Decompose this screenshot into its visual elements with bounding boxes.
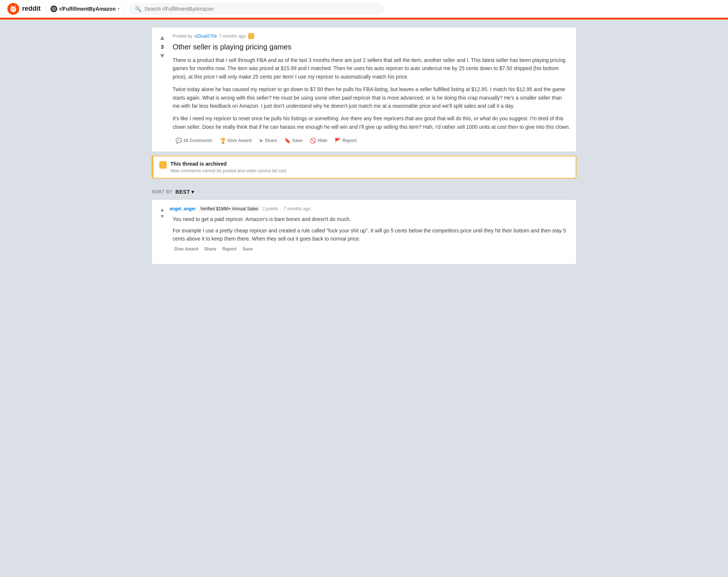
sort-value: Best	[176, 189, 190, 195]
comment-share-button-1[interactable]: Share	[202, 246, 218, 252]
comment-with-vote-1: ▲ ▼ angel_anger Verified $1MM+ Annual Sa…	[158, 205, 570, 252]
svg-point-3	[14, 8, 15, 9]
reddit-wordmark: reddit	[22, 5, 41, 13]
hide-label: Hide	[318, 138, 327, 143]
archived-subtext: New comments cannot be posted and votes …	[170, 168, 287, 173]
give-award-label: Give Award	[228, 138, 252, 143]
report-button[interactable]: 🚩 Report	[332, 135, 360, 146]
vote-count: 3	[161, 44, 164, 50]
sort-chevron-icon: ▾	[191, 189, 194, 195]
post-body: There is a product that I sell through F…	[173, 56, 570, 131]
comment-flair-1: Verified $1MM+ Annual Sales	[198, 205, 260, 212]
give-award-button[interactable]: 🏆 Give Award	[217, 135, 254, 146]
award-icon: 🏆	[220, 138, 226, 144]
post-paragraph-3: It's like I need my repricer to reset on…	[173, 114, 570, 131]
share-button[interactable]: ➤ Share	[256, 135, 280, 146]
save-icon: 🔖	[284, 138, 291, 144]
comment-meta-1: angel_anger Verified $1MM+ Annual Sales …	[170, 205, 570, 212]
comment-report-button-1[interactable]: Report	[221, 246, 238, 252]
main-content: ▲ 3 ▼ Posted by u/Dual270x 7 months ago …	[143, 20, 585, 276]
post-actions: 💬 16 Comments 🏆 Give Award ➤ Share 🔖 Sav…	[173, 135, 570, 146]
comment-body-area-1: angel_anger Verified $1MM+ Annual Sales …	[170, 205, 570, 252]
comment-author-1[interactable]: angel_anger	[170, 206, 196, 211]
comment-dot-1: ·	[280, 206, 281, 211]
comment-give-award-button-1[interactable]: Give Award	[173, 246, 200, 252]
vote-column: ▲ 3 ▼	[155, 30, 170, 149]
comments-label: 16 Comments	[183, 138, 212, 143]
comment-para-1-2: For example I use a pretty cheap reprice…	[173, 227, 570, 243]
search-icon: 🔍	[135, 6, 141, 12]
post-author[interactable]: u/Dual270x	[194, 34, 217, 39]
hide-button[interactable]: 🚫 Hide	[307, 135, 330, 146]
report-icon: 🚩	[334, 138, 341, 144]
svg-point-9	[53, 8, 55, 10]
post-paragraph-2: Twice today alone he has caused my repri…	[173, 85, 570, 110]
archive-icon	[159, 161, 167, 169]
comment-actions-1: Give Award Share Report Save	[170, 246, 570, 252]
comment-body-text-1: You need to get a paid repricer. Amazon'…	[170, 215, 570, 243]
comments-icon: 💬	[176, 138, 182, 144]
share-icon: ➤	[259, 138, 263, 144]
posted-by-label: Posted by	[173, 34, 192, 39]
comment-points-1: 2 points	[263, 206, 278, 211]
hide-icon: 🚫	[310, 138, 316, 144]
report-label: Report	[342, 138, 357, 143]
post-paragraph-1: There is a product that I sell through F…	[173, 56, 570, 81]
post-title: Other seller is playing pricing games	[173, 42, 570, 52]
subreddit-icon	[51, 6, 57, 12]
save-button[interactable]: 🔖 Save	[281, 135, 305, 146]
post-meta: Posted by u/Dual270x 7 months ago	[173, 33, 570, 39]
subreddit-nav[interactable]: r/FulfillmentByAmazon ▾	[46, 3, 124, 15]
header: reddit r/FulfillmentByAmazon ▾ 🔍	[0, 0, 728, 18]
comment-downvote-button-1[interactable]: ▼	[159, 213, 165, 220]
sort-select[interactable]: Best ▾	[176, 189, 194, 195]
comment-1: ▲ ▼ angel_anger Verified $1MM+ Annual Sa…	[158, 205, 570, 252]
subreddit-name: r/FulfillmentByAmazon	[59, 6, 115, 12]
sort-by-label: SORT BY	[152, 189, 173, 194]
comments-section: ▲ ▼ angel_anger Verified $1MM+ Annual Sa…	[152, 199, 576, 265]
archived-text-area: This thread is archived New comments can…	[170, 161, 287, 173]
comment-vote-col-1: ▲ ▼	[158, 205, 167, 252]
post-inner: ▲ 3 ▼ Posted by u/Dual270x 7 months ago …	[155, 30, 573, 149]
search-bar[interactable]: 🔍	[129, 3, 384, 14]
reddit-logo-icon	[7, 3, 19, 15]
comment-save-button-1[interactable]: Save	[241, 246, 254, 252]
comment-upvote-button-1[interactable]: ▲	[159, 206, 165, 213]
comment-time-1: 7 months ago	[284, 206, 311, 211]
save-label: Save	[292, 138, 302, 143]
comments-button[interactable]: 💬 16 Comments	[173, 135, 215, 146]
poster-flair-icon	[248, 33, 254, 39]
share-label: Share	[265, 138, 277, 143]
svg-point-7	[14, 5, 16, 7]
chevron-down-icon: ▾	[118, 7, 119, 11]
archived-notice: This thread is archived New comments can…	[152, 156, 576, 179]
logo-area[interactable]: reddit	[7, 3, 41, 15]
post-container: ▲ 3 ▼ Posted by u/Dual270x 7 months ago …	[152, 27, 576, 152]
post-content-area: Posted by u/Dual270x 7 months ago Other …	[170, 30, 573, 149]
archived-title: This thread is archived	[170, 161, 287, 167]
search-input[interactable]	[144, 6, 378, 12]
post-time: 7 months ago	[219, 34, 246, 39]
svg-point-2	[12, 8, 13, 9]
upvote-button[interactable]: ▲	[157, 33, 167, 42]
downvote-button[interactable]: ▼	[157, 51, 167, 61]
comment-para-1-1: You need to get a paid repricer. Amazon'…	[173, 215, 570, 223]
svg-point-6	[11, 5, 12, 7]
sort-by-area: SORT BY Best ▾	[152, 184, 576, 199]
